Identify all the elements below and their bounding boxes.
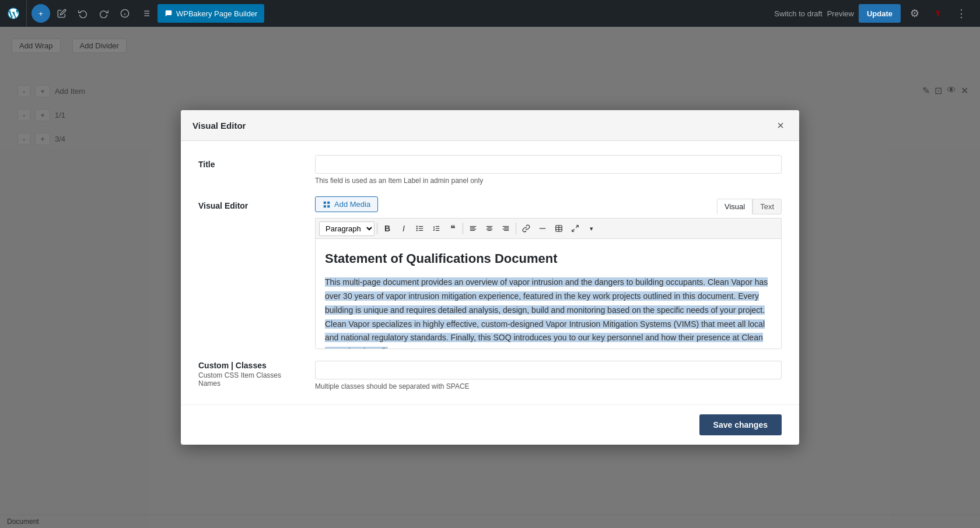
custom-classes-label-wrap: Custom | Classes Custom CSS Item Classes… — [198, 361, 303, 388]
visual-editor-field-row: Visual Editor Add Media Visual Text — [198, 196, 782, 349]
wordpress-logo[interactable] — [0, 0, 27, 27]
toolbar-actions: + WPBakery Page Builder — [27, 4, 269, 23]
tab-visual[interactable]: Visual — [717, 199, 752, 214]
more-options-icon[interactable]: ⋮ — [952, 4, 971, 23]
list-view-button[interactable] — [136, 4, 155, 23]
modal-body: Title This field is used as an Item Labe… — [181, 141, 799, 404]
selected-text: This multi-page document provides an ove… — [325, 277, 768, 349]
update-button[interactable]: Update — [859, 4, 901, 23]
custom-classes-field-row: Custom | Classes Custom CSS Item Classes… — [198, 361, 782, 390]
tab-text[interactable]: Text — [752, 199, 782, 214]
edit-button[interactable] — [52, 4, 71, 23]
add-media-label: Add Media — [334, 200, 370, 209]
svg-line-40 — [576, 226, 578, 228]
wpbakery-button[interactable]: WPBakery Page Builder — [158, 4, 264, 23]
modal-header: Visual Editor × — [181, 110, 799, 141]
link-button[interactable] — [519, 221, 534, 236]
expand-button[interactable] — [568, 221, 583, 236]
admin-bar-right: Switch to draft Preview Update ⚙ Y ⋮ — [774, 4, 980, 23]
custom-classes-control-wrap: Multiple classes should be separated wit… — [315, 361, 782, 390]
save-changes-button[interactable]: Save changes — [699, 414, 782, 435]
title-control-wrap: This field is used as an Item Label in a… — [315, 155, 782, 185]
editor-content-area[interactable]: Statement of Qualifications Document Thi… — [315, 238, 782, 349]
modal-title: Visual Editor — [192, 121, 246, 131]
toolbar-more-button[interactable]: ▾ — [584, 221, 599, 236]
preview-link[interactable]: Preview — [827, 9, 854, 18]
custom-classes-hint: Multiple classes should be separated wit… — [315, 382, 782, 390]
title-field-row: Title This field is used as an Item Labe… — [198, 155, 782, 185]
visual-editor-label: Visual Editor — [198, 196, 303, 210]
info-button[interactable] — [116, 4, 134, 23]
custom-classes-input[interactable] — [315, 361, 782, 379]
svg-rect-11 — [327, 201, 330, 203]
ve-header-row: Add Media Visual Text — [315, 196, 782, 216]
ordered-list-button[interactable] — [429, 221, 444, 236]
visual-editor-control-wrap: Add Media Visual Text Paragraph B — [315, 196, 782, 349]
paragraph-select[interactable]: Paragraph — [319, 221, 374, 236]
custom-classes-label: Custom | Classes — [198, 361, 303, 370]
wpbakery-label: WPBakery Page Builder — [176, 9, 257, 18]
visual-editor-modal: Visual Editor × Title This field is used… — [181, 110, 799, 445]
table-button[interactable] — [551, 221, 566, 236]
editor-paragraph: This multi-page document provides an ove… — [325, 276, 772, 349]
svg-rect-13 — [324, 205, 326, 207]
modal-overlay: Visual Editor × Title This field is used… — [0, 27, 980, 528]
align-right-button[interactable] — [498, 221, 513, 236]
svg-point-17 — [416, 226, 417, 227]
add-button[interactable]: + — [32, 4, 50, 23]
svg-rect-10 — [324, 201, 326, 203]
toolbar-separator-2 — [463, 223, 463, 234]
title-input[interactable] — [315, 155, 782, 174]
hr-button[interactable] — [535, 221, 550, 236]
align-center-button[interactable] — [482, 221, 497, 236]
admin-bar: + WPBakery Page Builder Switch to draft … — [0, 0, 980, 27]
modal-close-button[interactable]: × — [774, 118, 788, 132]
align-left-button[interactable] — [466, 221, 481, 236]
svg-rect-12 — [327, 205, 330, 207]
svg-point-18 — [416, 228, 417, 228]
undo-button[interactable] — [74, 4, 92, 23]
title-hint: This field is used as an Item Label in a… — [315, 177, 782, 185]
editor-heading: Statement of Qualifications Document — [325, 248, 772, 269]
unordered-list-button[interactable] — [412, 221, 428, 236]
switch-to-draft-link[interactable]: Switch to draft — [774, 9, 822, 18]
custom-classes-sublabel: Custom CSS Item Classes Names — [198, 371, 303, 388]
visual-text-tabs: Visual Text — [717, 199, 782, 214]
italic-button[interactable]: I — [396, 221, 411, 236]
svg-point-19 — [416, 230, 417, 231]
bold-button[interactable]: B — [380, 221, 395, 236]
title-label: Title — [198, 155, 303, 169]
toolbar-separator-1 — [377, 223, 377, 234]
yoast-icon[interactable]: Y — [929, 4, 947, 23]
blockquote-button[interactable]: ❝ — [445, 221, 460, 236]
tinymce-toolbar: Paragraph B I ❝ — [315, 218, 782, 238]
settings-icon[interactable]: ⚙ — [905, 4, 924, 23]
svg-line-41 — [572, 229, 575, 231]
toolbar-separator-3 — [516, 223, 516, 234]
modal-footer: Save changes — [181, 404, 799, 445]
redo-button[interactable] — [94, 4, 113, 23]
add-media-button[interactable]: Add Media — [315, 196, 378, 212]
